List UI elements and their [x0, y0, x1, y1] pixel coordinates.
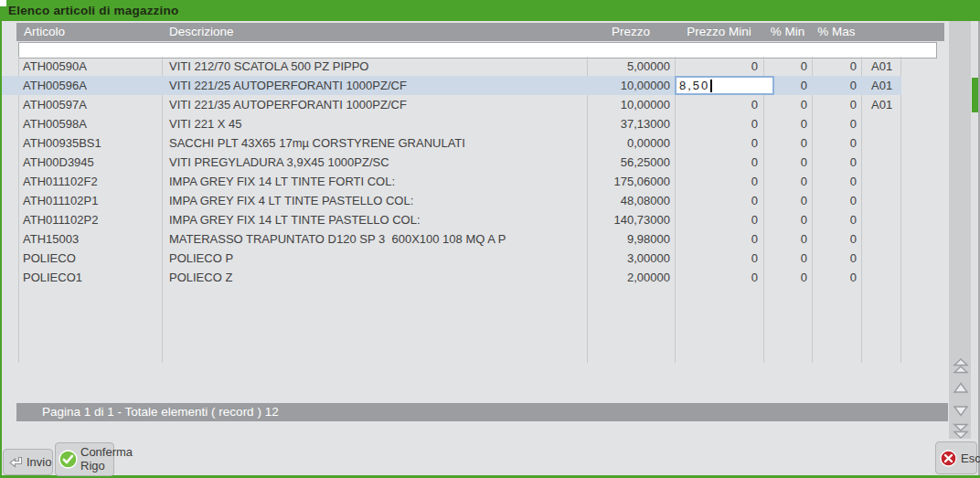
cell-categoria [861, 210, 900, 229]
esci-label: Esci [961, 451, 980, 465]
scrollbar-thumb[interactable] [972, 78, 978, 112]
row-gutter [2, 172, 18, 191]
cell-descrizione: VITI 221/25 AUTOPERFORANTI 1000PZ/CF [162, 76, 587, 95]
header-prezzo: Prezzo [587, 23, 675, 41]
cell-articolo: ATH011102F2 [18, 172, 162, 191]
cell-categoria [861, 191, 900, 210]
cell-categoria [861, 229, 900, 249]
cell-descrizione: IMPA GREY FIX 14 LT TINTE FORTI COL: [162, 172, 587, 191]
cell-prezzo-mini: 0 [675, 95, 763, 114]
cell-descrizione: VITI 212/70 SCATOLA 500 PZ PIPPO [162, 57, 587, 76]
cell-articolo: ATH011102P1 [18, 191, 162, 210]
cell-perc-mas: 0 [812, 133, 861, 153]
cell-perc-min: 0 [763, 114, 812, 133]
table-row[interactable]: ATH011102F2 IMPA GREY FIX 14 LT TINTE FO… [2, 172, 901, 191]
header-descrizione: Descrizione [162, 23, 587, 41]
table-row[interactable]: ATH00598A VITI 221 X 45 37,13000 0 0 0 [2, 114, 901, 133]
header-perc-mas: % Mas [812, 23, 861, 41]
cell-perc-min: 0 [763, 95, 812, 114]
app-window: Elenco articoli di magazzino Articolo De… [0, 0, 980, 478]
cell-categoria [861, 153, 900, 172]
header-prezzo-mini: Prezzo Mini [675, 23, 763, 41]
cell-categoria [861, 249, 900, 268]
cell-prezzo-mini: 0 [675, 133, 763, 153]
cell-articolo: ATH00597A [18, 95, 162, 114]
cell-prezzo: 5,00000 [587, 57, 675, 76]
table-row[interactable]: POLIECO POLIECO P 3,00000 0 0 0 [2, 249, 901, 268]
cell-descrizione: IMPA GREY FIX 4 LT TINTE PASTELLO COL: [162, 191, 587, 210]
table-row[interactable]: ATH00597A VITI 221/35 AUTOPERFORANTI 100… [2, 95, 901, 114]
cell-perc-mas: 0 [812, 114, 861, 133]
cell-perc-mas: 0 [812, 57, 861, 76]
row-gutter [2, 133, 18, 153]
esci-button[interactable]: Esci [935, 441, 977, 474]
table-body: ATH00590A VITI 212/70 SCATOLA 500 PZ PIP… [2, 57, 953, 363]
cell-descrizione: IMPA GREY FIX 14 LT TINTE PASTELLO COL: [162, 210, 587, 229]
prezzo-mini-edit-input[interactable]: 8,50 [675, 76, 774, 95]
conferma-rigo-button[interactable]: Conferma Rigo [55, 442, 114, 476]
x-circle-icon [940, 450, 957, 467]
table-row[interactable]: POLIECO1 POLIECO Z 2,00000 0 0 0 [2, 268, 901, 287]
cell-descrizione: POLIECO P [162, 249, 587, 268]
table-row[interactable]: ATH15003 MATERASSO TRAPUNTATO D120 SP 3 … [2, 229, 901, 249]
cell-categoria: A01 [861, 57, 900, 76]
cell-perc-min: 0 [763, 133, 812, 153]
table-row[interactable]: ATH011102P2 IMPA GREY FIX 14 LT TINTE PA… [2, 210, 901, 229]
cell-perc-min: 0 [763, 268, 812, 287]
cell-perc-mas: 0 [812, 229, 861, 249]
row-gutter [2, 95, 18, 114]
scroll-down-button[interactable] [952, 402, 970, 419]
cell-descrizione: VITI 221 X 45 [162, 114, 587, 133]
cell-prezzo-mini: 0 [675, 114, 763, 133]
conferma-rigo-label: Conferma Rigo [80, 446, 126, 473]
cell-articolo: ATH00590A [18, 57, 162, 76]
table-header: Articolo Descrizione Prezzo Prezzo Mini … [16, 23, 944, 41]
row-gutter [2, 76, 18, 95]
cell-categoria [861, 114, 900, 133]
cell-perc-mas: 0 [812, 210, 861, 229]
cell-articolo: ATH00598A [18, 114, 162, 133]
header-articolo: Articolo [18, 23, 162, 41]
cell-perc-min: 0 [763, 210, 812, 229]
cell-categoria [861, 133, 900, 153]
header-perc-min: % Min [763, 23, 812, 41]
down-arrow-icon [952, 402, 970, 419]
cell-descrizione: VITI 221/35 AUTOPERFORANTI 1000PZ/CF [162, 95, 587, 114]
cell-articolo: POLIECO1 [18, 268, 162, 287]
table-row[interactable]: ATH00590A VITI 212/70 SCATOLA 500 PZ PIP… [2, 57, 901, 76]
cell-prezzo-mini: 0 [675, 172, 763, 191]
double-down-arrow-icon [952, 422, 970, 439]
cell-perc-mas: 0 [812, 76, 861, 95]
cell-prezzo: 175,06000 [587, 172, 675, 191]
window-corner-chip [0, 0, 6, 6]
cell-prezzo: 37,13000 [587, 114, 675, 133]
cell-descrizione: MATERASSO TRAPUNTATO D120 SP 3 600X100 1… [162, 229, 587, 249]
cell-articolo: ATH00596A [18, 76, 162, 95]
cell-prezzo-mini: 0 [675, 249, 763, 268]
cell-prezzo-mini: 0 [675, 210, 763, 229]
scroll-column [949, 21, 971, 439]
cell-prezzo-mini: 0 [675, 191, 763, 210]
cell-prezzo-mini: 0 [675, 229, 763, 249]
cell-categoria: A01 [861, 76, 900, 95]
up-arrow-icon [952, 380, 970, 397]
cell-perc-min: 0 [763, 57, 812, 76]
scroll-up-button[interactable] [952, 380, 970, 397]
cell-articolo: POLIECO [18, 249, 162, 268]
invio-button[interactable]: Invio [3, 449, 53, 475]
cell-articolo: ATH011102P2 [18, 210, 162, 229]
cell-articolo: ATH00935BS1 [18, 133, 162, 153]
row-gutter [2, 249, 18, 268]
edit-value: 8,50 [679, 79, 709, 92]
cell-prezzo-mini: 0 [675, 268, 763, 287]
scroll-page-up-button[interactable] [952, 358, 970, 375]
cell-prezzo-mini: 0 [675, 57, 763, 76]
cell-perc-min: 0 [763, 153, 812, 172]
scroll-page-down-button[interactable] [952, 422, 970, 439]
table-row[interactable]: ATH00935BS1 SACCHI PLT 43X65 17mµ CORSTY… [2, 133, 901, 153]
table-row[interactable]: ATH00D3945 VITI PREGYLADURA 3,9X45 1000P… [2, 153, 901, 172]
table-row[interactable]: ATH011102P1 IMPA GREY FIX 4 LT TINTE PAS… [2, 191, 901, 210]
cell-prezzo: 140,73000 [587, 210, 675, 229]
cell-prezzo: 48,08000 [587, 191, 675, 210]
cell-perc-mas: 0 [812, 153, 861, 172]
